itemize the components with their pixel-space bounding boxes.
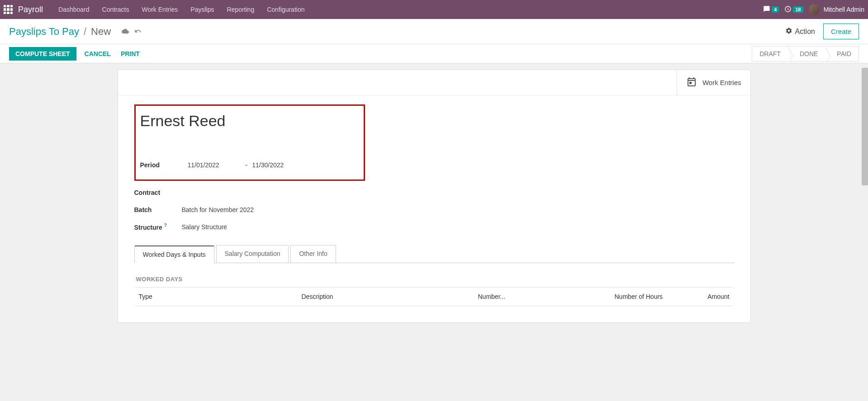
scrollbar-thumb[interactable] [862, 68, 868, 185]
status-paid[interactable]: PAID [825, 46, 859, 61]
th-description[interactable]: Description [302, 293, 478, 300]
tab-worked-days[interactable]: Worked Days & Inputs [134, 245, 214, 263]
batch-row: Batch Batch for November 2022 [134, 202, 734, 218]
structure-value[interactable]: Salary Structure [182, 223, 227, 231]
user-menu[interactable]: Mitchell Admin [809, 4, 864, 15]
breadcrumb-icons [122, 26, 142, 38]
cloud-save-icon[interactable] [122, 26, 129, 38]
th-type[interactable]: Type [139, 293, 302, 300]
undo-icon[interactable] [134, 26, 142, 38]
avatar [809, 4, 820, 15]
create-button[interactable]: Create [823, 24, 859, 39]
tab-other-info[interactable]: Other Info [290, 245, 336, 263]
period-label: Period [140, 161, 188, 169]
th-number[interactable]: Number... [478, 293, 615, 300]
work-entries-button[interactable]: Work Entries [677, 70, 750, 95]
gear-icon [785, 27, 792, 36]
activities-count: 18 [793, 6, 803, 13]
period-dates: 11/01/2022 - 11/30/2022 [188, 161, 284, 169]
tab-content: WORKED DAYS Type Description Number... N… [134, 263, 734, 306]
breadcrumb-parent[interactable]: Payslips To Pay [9, 26, 79, 38]
nav-items: Dashboard Contracts Work Entries Payslip… [52, 0, 311, 19]
worked-days-title: WORKED DAYS [136, 276, 732, 283]
breadcrumb-current: New [91, 26, 111, 38]
nav-contracts[interactable]: Contracts [96, 0, 136, 19]
nav-dashboard[interactable]: Dashboard [52, 0, 96, 19]
breadcrumb-bar: Payslips To Pay / New Action Create [0, 19, 868, 44]
form-sheet: Work Entries Ernest Reed Period 11/01/20… [118, 70, 751, 323]
sheet-header-buttons: Work Entries [118, 70, 750, 95]
work-entries-label: Work Entries [702, 79, 741, 86]
structure-label-text: Structure [134, 224, 162, 231]
breadcrumb-separator: / [84, 26, 86, 38]
nav-configuration[interactable]: Configuration [261, 0, 311, 19]
batch-label: Batch [134, 206, 182, 213]
clock-icon [784, 5, 792, 14]
period-separator: - [246, 161, 248, 169]
user-name-label: Mitchell Admin [824, 6, 864, 13]
contract-label: Contract [134, 189, 182, 196]
status-bar: DRAFT DONE PAID [752, 46, 859, 61]
batch-value[interactable]: Batch for November 2022 [182, 206, 254, 213]
compute-sheet-button[interactable]: COMPUTE SHEET [9, 47, 76, 61]
action-dropdown[interactable]: Action [785, 27, 815, 36]
main-navbar: Payroll Dashboard Contracts Work Entries… [0, 0, 868, 19]
scrollbar[interactable] [862, 68, 868, 323]
th-amount[interactable]: Amount [705, 293, 730, 300]
action-area: Action Create [785, 24, 859, 39]
breadcrumb: Payslips To Pay / New [9, 26, 142, 38]
messages-button[interactable]: 4 [763, 5, 779, 14]
nav-work-entries[interactable]: Work Entries [135, 0, 184, 19]
structure-label: Structure ? [134, 223, 182, 231]
th-hours[interactable]: Number of Hours [615, 293, 705, 300]
action-bar: COMPUTE SHEET CANCEL PRINT DRAFT DONE PA… [0, 44, 868, 63]
status-done[interactable]: DONE [788, 46, 825, 61]
tabs: Worked Days & Inputs Salary Computation … [134, 245, 734, 263]
activities-button[interactable]: 18 [784, 5, 803, 14]
chat-icon [763, 5, 770, 14]
tab-salary-computation[interactable]: Salary Computation [216, 245, 289, 263]
cancel-button[interactable]: CANCEL [85, 50, 111, 57]
calendar-icon [686, 76, 697, 89]
period-row: Period 11/01/2022 - 11/30/2022 [140, 157, 359, 173]
apps-icon[interactable] [4, 5, 13, 14]
status-draft[interactable]: DRAFT [752, 46, 788, 61]
worked-days-table-header: Type Description Number... Number of Hou… [136, 287, 732, 306]
nav-payslips[interactable]: Payslips [184, 0, 220, 19]
employee-highlight: Ernest Reed Period 11/01/2022 - 11/30/20… [134, 104, 365, 181]
employee-name[interactable]: Ernest Reed [140, 112, 359, 130]
content-wrap: Work Entries Ernest Reed Period 11/01/20… [118, 63, 751, 323]
messages-count: 4 [772, 6, 779, 13]
contract-row: Contract [134, 184, 734, 201]
nav-reporting[interactable]: Reporting [220, 0, 261, 19]
sheet-body: Ernest Reed Period 11/01/2022 - 11/30/20… [118, 95, 750, 322]
print-button[interactable]: PRINT [121, 50, 140, 57]
action-label: Action [795, 28, 815, 36]
nav-right: 4 18 Mitchell Admin [763, 4, 864, 15]
app-title[interactable]: Payroll [18, 5, 43, 14]
period-to[interactable]: 11/30/2022 [252, 161, 284, 169]
structure-row: Structure ? Salary Structure [134, 219, 734, 235]
period-from[interactable]: 11/01/2022 [188, 161, 219, 169]
structure-help-icon[interactable]: ? [164, 223, 167, 228]
